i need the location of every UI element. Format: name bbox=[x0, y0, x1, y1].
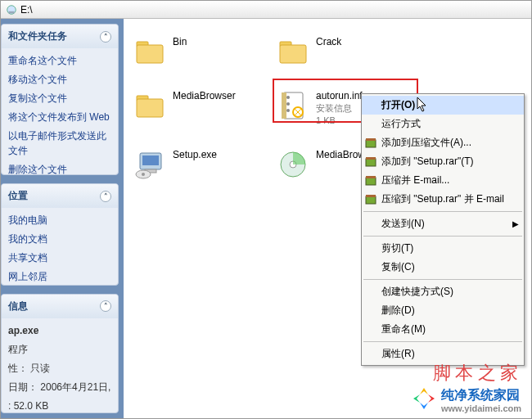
tasks-panel: 和文件夹任务 ˄ 重命名这个文件 移动这个文件 复制这个文件 将这个文件发布到 … bbox=[1, 24, 119, 175]
places-panel: 位置 ˄ 我的电脑 我的文档 共享文档 网上邻居 bbox=[1, 183, 119, 286]
explorer-window: E:\ 和文件夹任务 ˄ 重命名这个文件 移动这个文件 复制这个文件 将这个文件… bbox=[0, 0, 532, 419]
detail-filetype: 程序 bbox=[8, 342, 111, 357]
chevron-up-icon[interactable]: ˄ bbox=[100, 300, 111, 312]
menu-separator bbox=[363, 341, 522, 342]
task-publish[interactable]: 将这个文件发布到 Web bbox=[8, 110, 111, 124]
svg-point-18 bbox=[142, 173, 145, 176]
svg-rect-1 bbox=[9, 11, 15, 13]
folder-item[interactable]: Bin bbox=[130, 32, 273, 71]
item-label: autorun.inf bbox=[316, 89, 363, 102]
context-menu: 打开(O) 运行方式 添加到压缩文件(A)... 添加到 "Setup.rar"… bbox=[361, 93, 525, 366]
svg-rect-26 bbox=[366, 176, 376, 178]
svg-rect-25 bbox=[366, 178, 376, 185]
svg-rect-21 bbox=[366, 140, 376, 147]
menu-open[interactable]: 打开(O) bbox=[362, 96, 524, 115]
task-rename[interactable]: 重命名这个文件 bbox=[8, 53, 111, 68]
address-bar: E:\ bbox=[1, 1, 531, 19]
chevron-up-icon[interactable]: ˄ bbox=[100, 191, 111, 202]
place-mycomputer[interactable]: 我的电脑 bbox=[8, 213, 111, 228]
window-body: 和文件夹任务 ˄ 重命名这个文件 移动这个文件 复制这个文件 将这个文件发布到 … bbox=[1, 19, 531, 418]
menu-create-shortcut[interactable]: 创建快捷方式(S) bbox=[362, 282, 524, 301]
places-header[interactable]: 位置 ˄ bbox=[2, 184, 118, 208]
item-label: Crack bbox=[316, 35, 341, 48]
submenu-arrow-icon: ▶ bbox=[512, 219, 519, 228]
task-copy[interactable]: 复制这个文件 bbox=[8, 91, 111, 106]
folder-icon bbox=[133, 89, 166, 122]
details-header[interactable]: 信息 ˄ bbox=[2, 295, 118, 318]
folder-item[interactable]: Crack bbox=[273, 32, 417, 71]
footer-brand: 纯净系统家园 www.yidaimei.com bbox=[412, 386, 521, 413]
svg-rect-23 bbox=[366, 159, 376, 166]
svg-rect-9 bbox=[282, 92, 286, 119]
menu-rar-add[interactable]: 添加到压缩文件(A)... bbox=[362, 133, 524, 152]
archive-icon bbox=[365, 194, 376, 205]
places-title: 位置 bbox=[8, 189, 28, 203]
item-label: Setup.exe bbox=[173, 148, 217, 161]
svg-rect-3 bbox=[137, 45, 163, 63]
file-item-setup[interactable]: Setup.exe bbox=[130, 145, 273, 184]
item-label: Bin bbox=[173, 35, 187, 48]
task-delete[interactable]: 删除这个文件 bbox=[8, 162, 111, 175]
address-path: E:\ bbox=[20, 4, 33, 16]
brand-text: 纯净系统家园 www.yidaimei.com bbox=[441, 387, 521, 413]
details-body: ap.exe 程序 性： 只读 日期： 2006年4月21日, : 52.0 K… bbox=[2, 318, 118, 413]
menu-delete[interactable]: 删除(D) bbox=[362, 301, 524, 320]
svg-point-10 bbox=[286, 96, 290, 99]
menu-cut[interactable]: 剪切(T) bbox=[362, 239, 524, 258]
folder-icon bbox=[277, 35, 309, 68]
chevron-up-icon[interactable]: ˄ bbox=[100, 31, 111, 43]
task-email[interactable]: 以电子邮件形式发送此文件 bbox=[8, 128, 111, 158]
menu-rename[interactable]: 重命名(M) bbox=[362, 320, 524, 339]
item-label: MediaBrowser bbox=[173, 89, 236, 102]
menu-copy[interactable]: 复制(C) bbox=[362, 258, 524, 277]
menu-rar-add-named[interactable]: 添加到 "Setup.rar"(T) bbox=[362, 152, 524, 171]
detail-attr: 性： 只读 bbox=[8, 361, 111, 376]
folder-icon bbox=[133, 35, 166, 68]
folder-item[interactable]: MediaBrowser bbox=[130, 86, 273, 130]
item-size: 1 KB bbox=[316, 115, 363, 127]
task-pane: 和文件夹任务 ˄ 重命名这个文件 移动这个文件 复制这个文件 将这个文件发布到 … bbox=[1, 19, 124, 418]
archive-icon bbox=[365, 137, 376, 149]
detail-filename: ap.exe bbox=[8, 323, 111, 338]
menu-rar-named-email[interactable]: 压缩到 "Setup.rar" 并 E-mail bbox=[362, 190, 524, 209]
tasks-title: 和文件夹任务 bbox=[8, 29, 67, 43]
archive-icon bbox=[365, 156, 376, 168]
svg-rect-28 bbox=[366, 195, 376, 197]
disc-icon bbox=[277, 148, 309, 181]
menu-separator bbox=[363, 211, 522, 212]
svg-point-12 bbox=[286, 109, 290, 112]
brand-logo-icon bbox=[412, 386, 436, 413]
place-shared[interactable]: 共享文档 bbox=[8, 250, 111, 265]
inf-icon bbox=[277, 89, 309, 122]
details-title: 信息 bbox=[8, 300, 28, 313]
drive-icon bbox=[6, 4, 17, 16]
place-network[interactable]: 网上邻居 bbox=[8, 269, 111, 284]
installer-icon bbox=[133, 148, 166, 181]
archive-icon bbox=[365, 175, 376, 187]
svg-rect-15 bbox=[142, 155, 159, 165]
watermark-text: 脚 本 之 家 bbox=[433, 361, 519, 385]
svg-rect-24 bbox=[366, 157, 376, 160]
menu-separator bbox=[363, 279, 522, 280]
svg-rect-5 bbox=[280, 45, 306, 63]
tasks-header[interactable]: 和文件夹任务 ˄ bbox=[2, 25, 118, 48]
places-body: 我的电脑 我的文档 共享文档 网上邻居 bbox=[2, 208, 118, 286]
svg-point-11 bbox=[286, 102, 290, 106]
details-panel: 信息 ˄ ap.exe 程序 性： 只读 日期： 2006年4月21日, : 5… bbox=[1, 294, 119, 413]
menu-rar-email[interactable]: 压缩并 E-mail... bbox=[362, 171, 524, 190]
svg-rect-27 bbox=[366, 196, 376, 204]
place-mydocs[interactable]: 我的文档 bbox=[8, 232, 111, 246]
tasks-body: 重命名这个文件 移动这个文件 复制这个文件 将这个文件发布到 Web 以电子邮件… bbox=[2, 48, 118, 175]
svg-rect-22 bbox=[366, 138, 376, 141]
detail-size: : 52.0 KB bbox=[8, 399, 111, 413]
task-move[interactable]: 移动这个文件 bbox=[8, 72, 111, 87]
item-sub: 安装信息 bbox=[316, 102, 363, 115]
detail-date: 日期： 2006年4月21日, bbox=[8, 380, 111, 394]
menu-run-as[interactable]: 运行方式 bbox=[362, 115, 524, 133]
menu-separator bbox=[363, 236, 522, 237]
menu-send-to[interactable]: 发送到(N)▶ bbox=[362, 214, 524, 233]
file-list[interactable]: Bin Crack MediaBrowser bbox=[124, 19, 531, 418]
svg-rect-7 bbox=[137, 99, 163, 117]
